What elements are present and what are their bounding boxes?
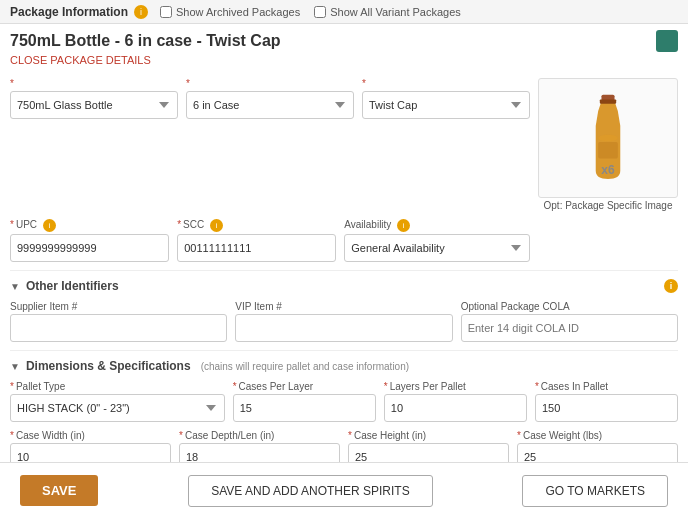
cases-per-layer-input[interactable] xyxy=(233,394,376,422)
page-title: Package Information xyxy=(10,5,128,19)
go-to-markets-button[interactable]: GO TO MARKETS xyxy=(522,475,668,507)
top-dropdowns-row: * 750mL Glass Bottle * 6 in Case * Twist… xyxy=(10,78,678,211)
main-content: * 750mL Glass Bottle * 6 in Case * Twist… xyxy=(0,72,688,518)
svg-rect-1 xyxy=(600,100,616,104)
case-height-label: *Case Height (in) xyxy=(348,430,509,441)
other-identifiers-arrow: ▼ xyxy=(10,281,20,292)
bottle-type-group: * 750mL Glass Bottle xyxy=(10,78,178,119)
dimensions-header[interactable]: ▼ Dimensions & Specifications (chains wi… xyxy=(10,355,678,377)
pallet-row: *Pallet Type HIGH STACK (0" - 23") *Case… xyxy=(10,381,678,422)
availability-select[interactable]: General Availability xyxy=(344,234,530,262)
vip-item-label: VIP Item # xyxy=(235,301,452,312)
optional-cola-label: Optional Package COLA xyxy=(461,301,678,312)
dimensions-arrow: ▼ xyxy=(10,361,20,372)
package-image-col: x6 Opt: Package Specific Image xyxy=(538,78,678,211)
package-image-box[interactable]: x6 xyxy=(538,78,678,198)
optional-cola-input[interactable] xyxy=(461,314,678,342)
green-indicator-box xyxy=(656,30,678,52)
dimensions-title: Dimensions & Specifications xyxy=(26,359,191,373)
pallet-type-group: *Pallet Type HIGH STACK (0" - 23") xyxy=(10,381,225,422)
upc-scc-row: *UPC i *SCC i Availability i General Ava… xyxy=(10,219,678,262)
save-button[interactable]: SAVE xyxy=(20,475,98,506)
bottom-bar: SAVE SAVE AND ADD ANOTHER SPIRITS GO TO … xyxy=(0,462,688,518)
case-depth-label: *Case Depth/Len (in) xyxy=(179,430,340,441)
upc-label: *UPC i xyxy=(10,219,169,232)
svg-rect-3 xyxy=(598,142,618,158)
top-bar: Package Information i Show Archived Pack… xyxy=(0,0,688,24)
supplier-item-label: Supplier Item # xyxy=(10,301,227,312)
other-identifiers-info-icon[interactable]: i xyxy=(664,279,678,293)
pallet-type-select[interactable]: HIGH STACK (0" - 23") xyxy=(10,394,225,422)
close-package-details-link[interactable]: CLOSE PACKAGE DETAILS xyxy=(0,54,688,72)
availability-label: Availability i xyxy=(344,219,530,232)
show-archived-label[interactable]: Show Archived Packages xyxy=(160,6,300,18)
svg-point-2 xyxy=(598,135,618,142)
layers-per-pallet-input[interactable] xyxy=(384,394,527,422)
availability-info-icon[interactable]: i xyxy=(397,219,410,232)
case-size-select[interactable]: 6 in Case xyxy=(186,91,354,119)
case-weight-label: *Case Weight (lbs) xyxy=(517,430,678,441)
cap-type-label: * xyxy=(362,78,530,89)
layers-per-pallet-label: *Layers Per Pallet xyxy=(384,381,527,392)
package-title: 750mL Bottle - 6 in case - Twist Cap xyxy=(10,32,281,50)
cases-per-layer-label: *Cases Per Layer xyxy=(233,381,376,392)
upc-input[interactable] xyxy=(10,234,169,262)
cases-in-pallet-group: *Cases In Pallet xyxy=(535,381,678,422)
cases-in-pallet-label: *Cases In Pallet xyxy=(535,381,678,392)
show-variant-checkbox[interactable] xyxy=(314,6,326,18)
package-title-row: 750mL Bottle - 6 in case - Twist Cap xyxy=(0,24,688,54)
cases-in-pallet-input[interactable] xyxy=(535,394,678,422)
layers-per-pallet-group: *Layers Per Pallet xyxy=(384,381,527,422)
upc-group: *UPC i xyxy=(10,219,169,262)
other-identifiers-header[interactable]: ▼ Other Identifiers i xyxy=(10,275,678,297)
show-variant-label[interactable]: Show All Variant Packages xyxy=(314,6,461,18)
case-size-group: * 6 in Case xyxy=(186,78,354,119)
upc-info-icon[interactable]: i xyxy=(43,219,56,232)
scc-input[interactable] xyxy=(177,234,336,262)
supplier-item-input[interactable] xyxy=(10,314,227,342)
bottle-type-label: * xyxy=(10,78,178,89)
other-identifiers-title: Other Identifiers xyxy=(26,279,119,293)
show-archived-checkbox[interactable] xyxy=(160,6,172,18)
case-size-label: * xyxy=(186,78,354,89)
case-width-label: *Case Width (in) xyxy=(10,430,171,441)
image-caption: Opt: Package Specific Image xyxy=(544,200,673,211)
optional-cola-group: Optional Package COLA xyxy=(461,301,678,342)
vip-item-group: VIP Item # xyxy=(235,301,452,342)
top-bar-checkboxes: Show Archived Packages Show All Variant … xyxy=(160,6,461,18)
supplier-item-group: Supplier Item # xyxy=(10,301,227,342)
dimensions-note: (chains will require pallet and case inf… xyxy=(201,361,409,372)
save-and-add-button[interactable]: SAVE AND ADD ANOTHER SPIRITS xyxy=(188,475,433,507)
vip-item-input[interactable] xyxy=(235,314,452,342)
divider-2 xyxy=(10,350,678,351)
page-title-info-icon[interactable]: i xyxy=(134,5,148,19)
cap-type-select[interactable]: Twist Cap xyxy=(362,91,530,119)
cases-per-layer-group: *Cases Per Layer xyxy=(233,381,376,422)
divider-1 xyxy=(10,270,678,271)
bottle-type-select[interactable]: 750mL Glass Bottle xyxy=(10,91,178,119)
pallet-type-label: *Pallet Type xyxy=(10,381,225,392)
scc-label: *SCC i xyxy=(177,219,336,232)
x6-badge: x6 xyxy=(601,163,614,177)
availability-group: Availability i General Availability xyxy=(344,219,530,262)
scc-group: *SCC i xyxy=(177,219,336,262)
cap-type-group: * Twist Cap xyxy=(362,78,530,119)
other-identifiers-row: Supplier Item # VIP Item # Optional Pack… xyxy=(10,301,678,342)
scc-info-icon[interactable]: i xyxy=(210,219,223,232)
